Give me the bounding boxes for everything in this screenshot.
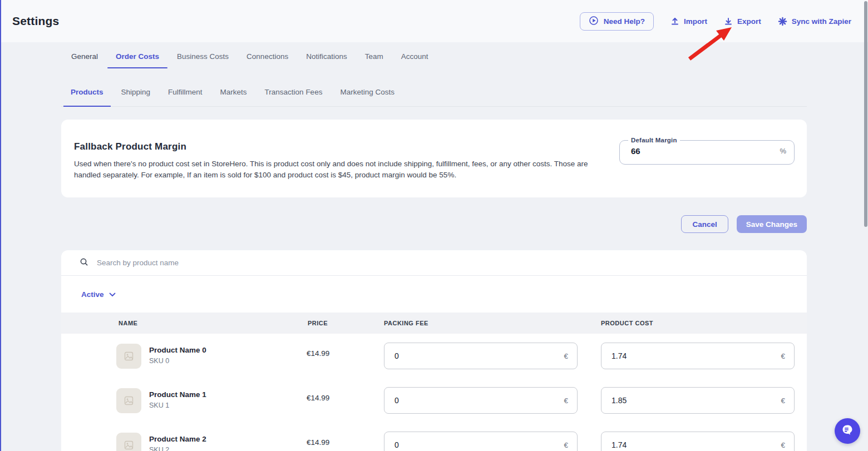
subtab-transaction-fees[interactable]: Transaction Fees — [258, 85, 330, 106]
product-price: €14.99 — [307, 394, 351, 402]
column-header-product-cost: PRODUCT COST — [601, 313, 653, 334]
filter-row: Active — [61, 276, 807, 313]
subtab-fulfillment[interactable]: Fulfillment — [161, 85, 210, 106]
product-cost-field: € — [601, 387, 795, 414]
export-label: Export — [737, 17, 761, 26]
default-margin-field: Default Margin % — [619, 137, 795, 165]
table-row: Product Name 0 SKU 0 €14.99 € € — [61, 334, 807, 378]
fallback-margin-card: Fallback Product Margin Used when there'… — [61, 120, 807, 197]
table-row: Product Name 1 SKU 1 €14.99 € € — [61, 378, 807, 423]
product-sku: SKU 0 — [149, 357, 169, 365]
top-bar: Settings Need Help? Import Export Sync w… — [0, 0, 868, 42]
chat-widget-button[interactable] — [835, 418, 860, 444]
tab-order-costs[interactable]: Order Costs — [107, 49, 167, 68]
product-sku: SKU 2 — [149, 446, 169, 451]
default-margin-label: Default Margin — [628, 137, 680, 143]
product-sku: SKU 1 — [149, 402, 169, 409]
image-placeholder-icon — [124, 351, 134, 361]
order-costs-subtabs: Products Shipping Fulfillment Markets Tr… — [61, 85, 807, 107]
status-filter-value: Active — [81, 290, 104, 299]
percent-suffix: % — [780, 147, 786, 155]
tab-account[interactable]: Account — [393, 49, 437, 68]
packing-fee-input[interactable] — [394, 351, 564, 360]
chevron-down-icon — [109, 290, 116, 299]
product-name: Product Name 0 — [149, 346, 206, 354]
products-panel: Active NAME PRICE PACKING FEE PRODUCT CO… — [61, 250, 807, 451]
default-margin-input[interactable] — [624, 146, 780, 156]
status-filter-select[interactable]: Active — [81, 290, 116, 299]
sync-zapier-button[interactable]: Sync with Zapier — [778, 17, 851, 26]
need-help-label: Need Help? — [604, 17, 645, 26]
product-cost-field: € — [601, 432, 795, 451]
subtab-markets[interactable]: Markets — [213, 85, 254, 106]
save-changes-button[interactable]: Save Changes — [737, 215, 807, 233]
settings-tabs: General Order Costs Business Costs Conne… — [63, 49, 437, 68]
packing-fee-input[interactable] — [394, 396, 564, 405]
page-title: Settings — [12, 14, 59, 28]
packing-fee-input[interactable] — [394, 440, 564, 449]
product-name: Product Name 2 — [149, 435, 206, 443]
card-description: Used when there's no product cost set in… — [74, 158, 604, 181]
euro-suffix: € — [564, 441, 568, 449]
product-name: Product Name 1 — [149, 390, 206, 399]
subtab-products[interactable]: Products — [63, 85, 111, 106]
play-circle-icon — [589, 16, 599, 27]
form-actions: Cancel Save Changes — [61, 215, 807, 233]
tab-general[interactable]: General — [63, 49, 106, 68]
product-search-input[interactable] — [97, 259, 431, 267]
column-header-price: PRICE — [308, 313, 328, 334]
product-price: €14.99 — [307, 349, 351, 358]
packing-fee-field: € — [384, 387, 578, 414]
need-help-button[interactable]: Need Help? — [580, 12, 654, 31]
sidebar-accent-edge — [0, 0, 1, 451]
euro-suffix: € — [781, 397, 785, 405]
import-label: Import — [684, 17, 707, 26]
product-cost-field: € — [601, 343, 795, 369]
upload-icon — [670, 17, 679, 26]
product-thumbnail — [116, 388, 141, 413]
cancel-button[interactable]: Cancel — [681, 215, 728, 233]
tab-team[interactable]: Team — [357, 49, 392, 68]
image-placeholder-icon — [124, 440, 134, 450]
import-button[interactable]: Import — [670, 17, 707, 26]
euro-suffix: € — [564, 397, 568, 405]
column-header-name: NAME — [119, 313, 137, 334]
packing-fee-field: € — [384, 432, 578, 451]
chat-bubble-icon — [841, 423, 854, 439]
export-button[interactable]: Export — [724, 17, 761, 26]
table-row: Product Name 2 SKU 2 €14.99 € € — [61, 423, 807, 451]
packing-fee-field: € — [384, 343, 578, 369]
euro-suffix: € — [564, 352, 568, 360]
search-icon — [80, 257, 88, 269]
zapier-label: Sync with Zapier — [792, 17, 851, 26]
vertical-scrollbar[interactable] — [864, 1, 867, 227]
table-body: Product Name 0 SKU 0 €14.99 € € Product … — [61, 334, 807, 451]
tab-connections[interactable]: Connections — [238, 49, 297, 68]
download-icon — [724, 17, 733, 26]
product-thumbnail — [116, 344, 141, 369]
tab-business-costs[interactable]: Business Costs — [169, 49, 237, 68]
product-search-bar — [61, 250, 807, 276]
product-thumbnail — [116, 433, 141, 451]
column-header-packing-fee: PACKING FEE — [384, 313, 428, 334]
subtab-shipping[interactable]: Shipping — [114, 85, 158, 106]
product-cost-input[interactable] — [611, 351, 781, 360]
euro-suffix: € — [781, 441, 785, 449]
product-cost-input[interactable] — [611, 396, 781, 405]
zapier-asterisk-icon — [778, 17, 787, 26]
tab-notifications[interactable]: Notifications — [298, 49, 356, 68]
euro-suffix: € — [781, 352, 785, 360]
subtab-marketing-costs[interactable]: Marketing Costs — [333, 85, 402, 106]
image-placeholder-icon — [124, 396, 134, 405]
product-cost-input[interactable] — [611, 440, 781, 449]
card-title: Fallback Product Margin — [74, 141, 186, 152]
product-price: €14.99 — [307, 438, 351, 447]
table-header: NAME PRICE PACKING FEE PRODUCT COST — [61, 313, 807, 334]
top-actions: Need Help? Import Export Sync with Zapie… — [580, 0, 851, 42]
